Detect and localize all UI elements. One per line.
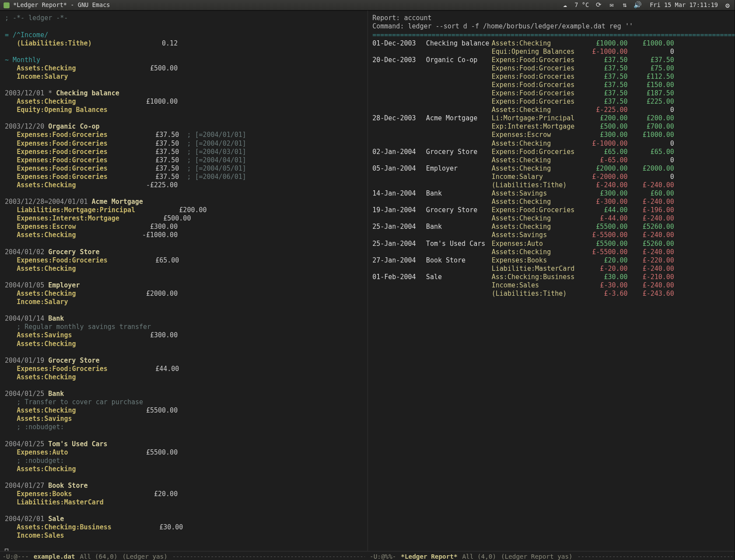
report-row: Assets:Checking £-65.00 0 — [372, 156, 730, 164]
emacs-icon — [4, 2, 10, 8]
posting: Expenses:Food:Groceries£37.50 ; [=2004/0… — [5, 148, 362, 156]
report-row: (Liabilities:Tithe) £-3.60 £-243.60 — [372, 290, 730, 298]
posting: Assets:Checking£500.00 — [5, 64, 362, 73]
report-row: Assets:Savings £-5500.00 £-240.00 — [372, 231, 730, 240]
buffer-name: *Ledger Report* — [401, 553, 457, 560]
modeline-right[interactable]: -U:@%%- *Ledger Report* All (4,0) (Ledge… — [368, 551, 735, 560]
posting: Assets:Checking£1000.00 — [5, 98, 362, 106]
report-row: 01-Feb-2004 Sale Ass:Checking:Business £… — [372, 273, 730, 281]
posting: Income:Salary — [5, 298, 362, 307]
report-row: 27-Jan-2004 Book Store Expenses:Books £2… — [372, 256, 730, 265]
transaction-head: 2004/02/01 Sale — [5, 515, 362, 524]
volume-icon[interactable]: 🔊 — [634, 1, 641, 8]
report-row: Income:Sales £-30.00 £-240.00 — [372, 281, 730, 290]
report-row: Expens:Food:Groceries £37.50 £225.00 — [372, 98, 730, 106]
posting: (Liabilities:Tithe)0.12 — [5, 39, 362, 48]
posting: Income:Salary — [5, 73, 362, 81]
tx-comment: ; Transfer to cover car purchase — [5, 398, 362, 406]
posting: Expenses:Escrow£300.00 — [5, 223, 362, 231]
transaction-head: 2004/01/05 Employer — [5, 281, 362, 290]
transaction-head: 2004/01/19 Grocery Store — [5, 357, 362, 365]
report-command: Command: ledger --sort d -f /home/borbus… — [372, 23, 730, 31]
posting: Assets:Checking-£225.00 — [5, 181, 362, 189]
weather-icon[interactable]: ☁ — [561, 1, 568, 8]
posting: Liabilities:Mortgage:Principal£200.00 — [5, 206, 362, 215]
report-row: Expens:Food:Groceries £37.50 £187.50 — [372, 89, 730, 98]
emacs-window: *Ledger Report* - GNU Emacs ☁ 7 °C ⟳ ✉ ⇅… — [0, 0, 735, 560]
posting: Expenses:Auto£5500.00 — [5, 448, 362, 457]
transaction-head: 2003/12/20 Organic Co-op — [5, 123, 362, 131]
automated-rule: = /^Income/ — [5, 31, 362, 39]
modeline-status: -U:@--- — [2, 553, 28, 560]
transaction-head: 2004/01/02 Grocery Store — [5, 248, 362, 256]
mail-icon[interactable]: ✉ — [608, 1, 615, 8]
report-title: Report: account — [372, 14, 730, 23]
report-row: 19-Jan-2004 Grocery Store Expens:Food:Gr… — [372, 206, 730, 215]
posting: Income:Sales — [5, 532, 362, 540]
report-row: Expens:Food:Groceries £37.50 £150.00 — [372, 81, 730, 89]
report-row: Assets:Checking £-5500.00 £-240.00 — [372, 248, 730, 256]
posting: Expenses:Food:Groceries£37.50 ; [=2004/0… — [5, 156, 362, 164]
report-row: Expenses:Escrow £300.00 £1000.00 — [372, 131, 730, 140]
weather-temp: 7 °C — [574, 2, 589, 8]
posting: Expenses:Interest:Mortgage£500.00 — [5, 215, 362, 223]
report-row: Liabilitie:MasterCard £-20.00 £-240.00 — [372, 265, 730, 273]
report-row: 25-Jan-2004 Bank Assets:Checking £5500.0… — [372, 223, 730, 231]
posting: Assets:Checking£2000.00 — [5, 290, 362, 298]
clock: Fri 15 Mar 17:11:19 — [650, 2, 718, 8]
posting: Expenses:Food:Groceries£44.00 — [5, 365, 362, 373]
report-divider: ========================================… — [372, 31, 730, 39]
modeline-bar: -U:@--- example.dat All (64,0) (Ledger y… — [0, 551, 735, 560]
report-row: Equi:Opening Balances £-1000.00 0 — [372, 48, 730, 56]
major-mode: (Ledger yas) — [122, 553, 167, 560]
posting: Expenses:Food:Groceries£37.50 ; [=2004/0… — [5, 131, 362, 140]
tx-comment: ; Regular monthly savings transfer — [5, 323, 362, 332]
report-row: Income:Salary £-2000.00 0 — [372, 173, 730, 181]
posting: Assets:Checking — [5, 265, 362, 273]
cursor-pos: All (4,0) — [462, 553, 496, 560]
report-row: (Liabilities:Tithe) £-240.00 £-240.00 — [372, 181, 730, 189]
report-row: 20-Dec-2003 Organic Co-op Expens:Food:Gr… — [372, 56, 730, 64]
transaction-head: 2004/01/27 Book Store — [5, 482, 362, 490]
posting: Assets:Savings — [5, 415, 362, 424]
report-row: Assets:Checking £-300.00 £-240.00 — [372, 198, 730, 206]
posting: Assets:Checking — [5, 465, 362, 473]
transaction-head: 2003/12/01 * Checking balance — [5, 89, 362, 98]
posting: Expenses:Food:Groceries£37.50 ; [=2004/0… — [5, 140, 362, 148]
modeline-fill: ----------------------------------------… — [172, 553, 365, 560]
transaction-head: 2003/12/28=2004/01/01 Acme Mortgage — [5, 198, 362, 206]
report-row: 05-Jan-2004 Employer Assets:Checking £20… — [372, 164, 730, 173]
posting: Expenses:Food:Groceries£65.00 — [5, 256, 362, 265]
ledger-file-buffer[interactable]: ; -*- ledger -*- = /^Income/(Liabilities… — [0, 11, 367, 560]
ledger-report-buffer[interactable]: Report: accountCommand: ledger --sort d … — [367, 11, 735, 560]
posting: Expenses:Books£20.00 — [5, 490, 362, 498]
gear-icon[interactable]: ⚙ — [724, 1, 731, 8]
modeline-status: -U:@%%- — [370, 553, 396, 560]
report-row: Assets:Checking £-44.00 £-240.00 — [372, 215, 730, 223]
major-mode: (Ledger Report yas) — [501, 553, 573, 560]
cursor-pos: All (64,0) — [80, 553, 117, 560]
posting: Assets:Checking-£1000.00 — [5, 231, 362, 240]
transaction-head: 2004/01/25 Bank — [5, 390, 362, 398]
refresh-icon[interactable]: ⟳ — [595, 1, 602, 8]
report-row: 02-Jan-2004 Grocery Store Expens:Food:Gr… — [372, 148, 730, 156]
report-row: 25-Jan-2004 Tom's Used Cars Expenses:Aut… — [372, 240, 730, 248]
posting: Equity:Opening Balances — [5, 106, 362, 115]
window-title: *Ledger Report* - GNU Emacs — [13, 2, 110, 8]
transaction-head: 2004/01/14 Bank — [5, 315, 362, 323]
report-row: Assets:Checking £-1000.00 0 — [372, 140, 730, 148]
modeline-left[interactable]: -U:@--- example.dat All (64,0) (Ledger y… — [0, 551, 368, 560]
titlebar: *Ledger Report* - GNU Emacs ☁ 7 °C ⟳ ✉ ⇅… — [0, 0, 735, 11]
network-icon[interactable]: ⇅ — [621, 1, 628, 8]
posting: Expenses:Food:Groceries£37.50 ; [=2004/0… — [5, 164, 362, 173]
report-row: 01-Dec-2003 Checking balanceAssets:Check… — [372, 39, 730, 48]
report-row: 28-Dec-2003 Acme Mortgage Li:Mortgage:Pr… — [372, 115, 730, 123]
periodic-head: ~ Monthly — [5, 56, 362, 64]
posting: Assets:Checking£5500.00 — [5, 407, 362, 415]
report-row: Expens:Food:Groceries £37.50 £75.00 — [372, 64, 730, 73]
report-row: Expens:Food:Groceries £37.50 £112.50 — [372, 73, 730, 81]
editor-area: ; -*- ledger -*- = /^Income/(Liabilities… — [0, 11, 735, 560]
modeline-fill: ----------------------------------------… — [578, 553, 732, 560]
report-row: Assets:Checking £-225.00 0 — [372, 106, 730, 115]
tx-comment: ; :nobudget: — [5, 424, 362, 432]
